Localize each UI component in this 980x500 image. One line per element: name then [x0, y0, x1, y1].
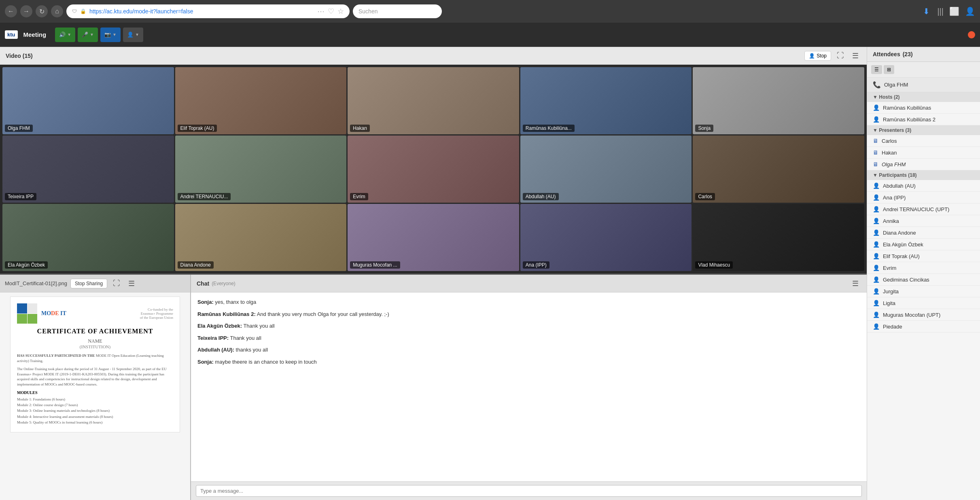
- attendees-header: Attendees (23): [867, 47, 980, 62]
- attendee-item-2-6: 👤Elif Toprak (AU): [867, 250, 980, 262]
- attendee-item-2-7: 👤Evrim: [867, 262, 980, 274]
- chat-panel: Chat (Everyone) ☰ Sonja: yes, thanx to o…: [191, 275, 867, 500]
- participant-name-3: Ramūnas Kubiliūna...: [523, 125, 575, 132]
- webcam-dropdown-arrow[interactable]: ▼: [112, 32, 117, 37]
- attendee-item-2-4: 👤Diana Andone: [867, 227, 980, 239]
- search-bar[interactable]: Suchen: [353, 4, 442, 18]
- chat-header: Chat (Everyone) ☰: [191, 275, 867, 292]
- chat-text-0: yes, thanx to olga: [214, 299, 257, 305]
- chat-input[interactable]: [196, 485, 862, 497]
- back-button[interactable]: ←: [5, 5, 17, 17]
- attendee-item-0-1: 👤Ramūnas Kubiliūnas 2: [867, 114, 980, 125]
- chat-options-button[interactable]: ☰: [850, 278, 861, 289]
- attendee-icon-2-3: 👤: [873, 218, 880, 224]
- attendee-name-1-2: Olga FHM: [882, 161, 906, 167]
- chat-message-1: Ramūnas Kubiliūnas 2: And thank you very…: [197, 310, 860, 318]
- video-cell-0: Olga FHM: [2, 67, 174, 134]
- profile-icon[interactable]: 👤: [965, 6, 975, 16]
- forward-button[interactable]: →: [20, 5, 32, 17]
- fullscreen-button[interactable]: ⛶: [834, 51, 846, 61]
- star-icon[interactable]: ☆: [337, 7, 344, 16]
- attendee-icon-2-7: 👤: [873, 265, 880, 271]
- attendee-name-0-1: Ramūnas Kubiliūnas 2: [883, 117, 935, 123]
- attendees-list-view-button[interactable]: ☰: [871, 65, 882, 74]
- attendee-icon-2-2: 👤: [873, 206, 880, 212]
- audio-dropdown-arrow[interactable]: ▼: [67, 32, 71, 37]
- participant-name-10: Ela Akgün Özbek: [5, 261, 48, 269]
- video-cell-6: Andrei TERNAUCIU...: [175, 136, 347, 203]
- participant-name-11: Diana Andone: [178, 261, 214, 269]
- attendees-group-header-2[interactable]: ▼ Participants (18): [867, 170, 980, 180]
- attendees-group-header-0[interactable]: ▼ Hosts (2): [867, 92, 980, 102]
- video-cell-5: Teixeira IPP: [2, 136, 174, 203]
- webcam-button[interactable]: 📷 ▼: [100, 28, 121, 42]
- active-user-item: 📞 Olga FHM: [867, 78, 980, 92]
- speaker-icon: 🔊: [59, 32, 66, 38]
- chat-text-3: Thank you all: [229, 335, 261, 341]
- more-icon[interactable]: ⋯: [317, 7, 325, 16]
- cert-institution-label: (INSTITUTION): [17, 344, 173, 349]
- download-icon[interactable]: ⬇: [923, 6, 930, 16]
- attendee-item-2-12: 👤Piedade: [867, 321, 980, 333]
- attendee-icon-2-1: 👤: [873, 194, 880, 201]
- lock-icon: 🔒: [80, 8, 86, 14]
- cert-module-2: Module 2: Online course design (7 hours): [17, 402, 173, 408]
- certificate-preview: MODE IT Co-funded by theErasmus+ Program…: [10, 297, 180, 432]
- chat-input-area: [191, 481, 867, 500]
- video-cell-13: Ana (IPP): [520, 204, 692, 271]
- cert-logo-text: MODE IT: [41, 310, 66, 317]
- attendee-name-2-7: Evrim: [883, 265, 896, 271]
- attendee-name-2-9: Jurgita: [883, 288, 899, 294]
- app-toolbar: ktu Meeting 🔊 ▼ 🎤 ▼ 📷 ▼ 👤 ▼: [0, 23, 980, 47]
- participant-name-0: Olga FHM: [5, 125, 33, 132]
- attendee-item-2-2: 👤Andrei TERNAUCIUC (UPT): [867, 203, 980, 215]
- attendee-icon-2-12: 👤: [873, 323, 880, 330]
- attendees-grid-view-button[interactable]: ⊞: [884, 65, 894, 74]
- share-button[interactable]: 👤 ▼: [123, 28, 143, 42]
- url-text: https://ac.ktu.edu/mode-it?launcher=fals…: [89, 8, 314, 15]
- attendee-name-2-12: Piedade: [883, 324, 902, 330]
- attendees-search-bar: ☰ ⊞: [867, 62, 980, 78]
- split-view-icon[interactable]: ⬜: [949, 6, 959, 16]
- active-user-name: Olga FHM: [884, 82, 908, 88]
- attendee-icon-1-2: 🖥: [873, 161, 878, 167]
- main-content: Video (15) 👤 Stop ⛶ ☰ Olga FHMElif Topra…: [0, 47, 980, 500]
- audio-button[interactable]: 🔊 ▼: [55, 28, 75, 42]
- sharing-fullscreen-button[interactable]: ⛶: [110, 278, 123, 288]
- sharing-options-button[interactable]: ☰: [126, 278, 137, 289]
- address-bar[interactable]: 🛡 🔒 https://ac.ktu.edu/mode-it?launcher=…: [66, 4, 350, 18]
- attendee-icon-2-5: 👤: [873, 241, 880, 248]
- stop-sharing-button[interactable]: Stop Sharing: [70, 279, 107, 288]
- attendee-icon-2-8: 👤: [873, 276, 880, 283]
- attendee-icon-0-0: 👤: [873, 104, 880, 111]
- mic-button[interactable]: 🎤 ▼: [78, 28, 98, 42]
- cert-body-text: The Online-Training took place during th…: [17, 367, 173, 387]
- attendees-group-header-1[interactable]: ▼ Presenters (3): [867, 125, 980, 135]
- attendee-item-2-0: 👤Abdullah (AU): [867, 180, 980, 192]
- video-area: Video (15) 👤 Stop ⛶ ☰ Olga FHMElif Topra…: [0, 47, 867, 500]
- chat-text-5: maybe theere is an chance to keep in tou…: [214, 359, 317, 365]
- stop-icon: 👤: [809, 53, 815, 59]
- attendee-item-2-8: 👤Gediminas Cincikas: [867, 274, 980, 286]
- attendee-name-2-4: Diana Andone: [883, 230, 916, 236]
- participant-name-9: Carlos: [695, 193, 715, 200]
- reload-button[interactable]: ↻: [36, 5, 48, 17]
- cert-modules-title: MODULES: [17, 390, 173, 395]
- video-options-button[interactable]: ☰: [850, 51, 861, 61]
- home-button[interactable]: ⌂: [51, 5, 63, 17]
- attendee-item-2-10: 👤Ligita: [867, 297, 980, 309]
- share-dropdown-arrow[interactable]: ▼: [135, 32, 139, 37]
- attendee-name-1-1: Hakan: [882, 150, 897, 156]
- bookmark-icon[interactable]: ♡: [328, 7, 334, 16]
- ktu-logo: ktu: [5, 30, 18, 39]
- stop-button[interactable]: 👤 Stop: [804, 51, 831, 61]
- record-indicator: [968, 31, 975, 38]
- participant-name-14: Vlad Mihaescu: [695, 261, 733, 269]
- chat-message-2: Ela Akgün Özbek: Thank you all: [197, 322, 860, 330]
- participant-name-5: Teixeira IPP: [5, 193, 36, 200]
- attendee-icon-2-0: 👤: [873, 182, 880, 189]
- mic-dropdown-arrow[interactable]: ▼: [90, 32, 94, 37]
- attendee-item-2-5: 👤Ela Akgün Özbek: [867, 239, 980, 250]
- bookmarks-icon[interactable]: |||: [937, 7, 944, 16]
- sharing-panel: ModIT_Certificat-01[2].png Stop Sharing …: [0, 275, 191, 500]
